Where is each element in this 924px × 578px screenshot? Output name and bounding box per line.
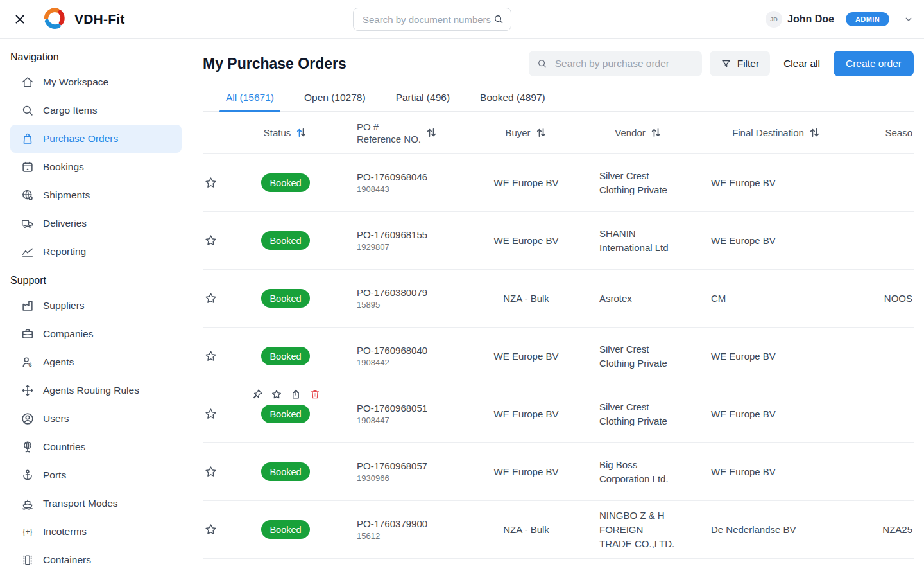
tab-open[interactable]: Open (10278) — [298, 86, 372, 111]
sidebar-item-label: Agents — [43, 356, 74, 368]
table-row[interactable]: BookedPO-176037990015612NZA - BulkNINGBO… — [203, 501, 914, 559]
sidebar-item-agents-routing-rules[interactable]: Agents Routing Rules — [10, 376, 182, 405]
sort-icon[interactable] — [295, 127, 307, 139]
document-search-input[interactable] — [361, 13, 493, 26]
sort-icon[interactable] — [809, 127, 821, 139]
column-header-vendor[interactable]: Vendor — [615, 127, 662, 139]
tab-all[interactable]: All (15671) — [219, 86, 280, 111]
table-row[interactable]: BookedPO-1760380077 — [203, 559, 914, 578]
vendor-cell: Silver CrestClothing Private — [599, 169, 699, 197]
final-destination-cell: WE Europe BV — [699, 235, 853, 246]
po-number: PO-1760968040 — [357, 345, 475, 356]
bag-icon — [21, 132, 35, 146]
sidebar-item-bookings[interactable]: Bookings — [10, 153, 182, 181]
sort-icon[interactable] — [425, 127, 438, 139]
close-icon[interactable] — [10, 10, 30, 29]
column-header-dest[interactable]: Final Destination — [732, 127, 821, 139]
main-content: My Purchase Orders Filter Clear all Crea… — [193, 39, 924, 578]
sidebar: NavigationMy WorkspaceCargo ItemsPurchas… — [0, 39, 193, 578]
favorite-star-icon[interactable] — [204, 292, 218, 305]
column-header-buyer[interactable]: Buyer — [505, 127, 547, 139]
truck-icon — [21, 216, 35, 231]
table-row[interactable]: BookedPO-17609680511908447WE Europe BVSi… — [203, 385, 914, 443]
sidebar-item-cargo-items[interactable]: Cargo Items — [10, 96, 182, 125]
favorite-star-icon[interactable] — [204, 407, 218, 421]
briefcase-icon — [21, 327, 35, 341]
container-icon — [21, 553, 35, 567]
sidebar-item-service-types[interactable]: Service Types — [10, 574, 182, 578]
clear-all-button[interactable]: Clear all — [783, 58, 820, 69]
purchase-orders-table: BookedPO-17609680461908443WE Europe BVSi… — [203, 154, 914, 578]
table-row[interactable]: BookedPO-176038007915895NZA - BulkAsrote… — [203, 270, 914, 328]
pin-icon[interactable] — [252, 389, 263, 400]
sidebar-item-transport-modes[interactable]: Transport Modes — [10, 489, 182, 518]
sidebar-item-companies[interactable]: Companies — [10, 320, 182, 348]
share-icon[interactable] — [290, 389, 302, 400]
table-row[interactable]: BookedPO-17609680461908443WE Europe BVSi… — [203, 154, 914, 212]
reference-number: 1908447 — [357, 416, 475, 425]
trash-icon[interactable] — [309, 389, 321, 400]
buyer-cell: NZA - Bulk — [475, 293, 578, 304]
sidebar-item-label: Suppliers — [43, 300, 85, 311]
favorite-star-icon[interactable] — [204, 465, 218, 478]
column-header-po[interactable]: PO #Reference NO. — [357, 121, 475, 145]
sidebar-item-label: Transport Modes — [43, 498, 118, 509]
final-destination-cell: WE Europe BV — [699, 466, 853, 477]
sidebar-section-support: SupportSuppliersCompanies$AgentsAgents R… — [10, 275, 182, 578]
buyer-cell: WE Europe BV — [475, 235, 578, 246]
buyer-cell: WE Europe BV — [475, 177, 578, 188]
anchor-icon — [21, 468, 35, 482]
table-row[interactable]: BookedPO-17609680401908442WE Europe BVSi… — [203, 328, 914, 385]
favorite-star-icon[interactable] — [204, 176, 218, 189]
globe-pin-icon — [21, 188, 35, 202]
sidebar-item-label: My Workspace — [43, 76, 108, 88]
sidebar-item-label: Users — [43, 413, 69, 425]
status-badge: Booked — [261, 462, 310, 481]
favorite-star-icon[interactable] — [204, 523, 218, 536]
sidebar-item-containers[interactable]: Containers — [10, 546, 182, 574]
document-search — [353, 8, 511, 31]
tab-partial[interactable]: Partial (496) — [389, 86, 456, 111]
sidebar-item-countries[interactable]: Countries — [10, 433, 182, 461]
vendor-cell: Asrotex — [599, 292, 699, 306]
sidebar-item-ports[interactable]: Ports — [10, 461, 182, 489]
favorite-star-icon[interactable] — [204, 234, 218, 247]
sidebar-item-users[interactable]: Users — [10, 405, 182, 433]
topbar: VDH-Fit JD John Doe ADMIN — [0, 0, 924, 39]
sort-icon[interactable] — [535, 127, 547, 139]
sidebar-item-shipments[interactable]: Shipments — [10, 181, 182, 209]
sidebar-item-suppliers[interactable]: Suppliers — [10, 292, 182, 320]
tab-booked[interactable]: Booked (4897) — [474, 86, 552, 111]
page-title: My Purchase Orders — [203, 55, 346, 73]
sidebar-item-purchase-orders[interactable]: Purchase Orders — [10, 125, 182, 153]
filter-button[interactable]: Filter — [710, 51, 770, 76]
svg-text:$: $ — [29, 362, 32, 368]
sidebar-item-label: Containers — [43, 554, 91, 566]
sort-icon[interactable] — [650, 127, 662, 139]
reference-number: 1930966 — [357, 473, 475, 483]
globe-stand-icon — [21, 440, 35, 454]
move-icon — [21, 383, 35, 398]
column-header-status[interactable]: Status — [264, 127, 308, 139]
sidebar-item-incoterms[interactable]: {+}Incoterms — [10, 518, 182, 546]
reference-number: 1908443 — [357, 184, 475, 194]
table-row[interactable]: BookedPO-17609680571930966WE Europe BVBi… — [203, 443, 914, 501]
chevron-down-icon[interactable] — [903, 14, 914, 24]
star-icon[interactable] — [271, 389, 282, 400]
vendor-cell: Big BossCorporation Ltd. — [599, 458, 699, 486]
sidebar-item-reporting[interactable]: Reporting — [10, 238, 182, 266]
sidebar-item-agents[interactable]: $Agents — [10, 348, 182, 376]
avatar: JD — [766, 11, 782, 28]
favorite-star-icon[interactable] — [204, 349, 218, 363]
sidebar-item-deliveries[interactable]: Deliveries — [10, 209, 182, 238]
user-menu[interactable]: JD John Doe ADMIN — [766, 11, 914, 28]
column-label: Buyer — [505, 127, 530, 138]
purchase-order-search-input[interactable] — [554, 57, 694, 70]
incoterms-icon: {+} — [21, 525, 35, 539]
vdh-logo-icon — [40, 5, 68, 33]
create-order-button[interactable]: Create order — [834, 51, 914, 76]
home-icon — [21, 75, 35, 89]
table-row[interactable]: BookedPO-17609681551929807WE Europe BVSH… — [203, 212, 914, 270]
sidebar-item-my-workspace[interactable]: My Workspace — [10, 68, 182, 96]
sidebar-item-label: Reporting — [43, 246, 86, 258]
